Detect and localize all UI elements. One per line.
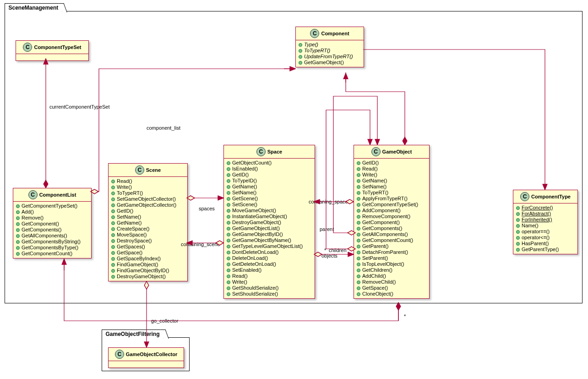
visibility-public-icon (16, 222, 20, 226)
method: Read() (111, 178, 185, 184)
visibility-public-icon (227, 233, 230, 236)
method-name: GetShouldSerialize() (232, 285, 279, 291)
method-name: GetComponents() (362, 225, 402, 231)
visibility-public-icon (111, 221, 115, 225)
method-name: RemoveComponent() (362, 214, 410, 220)
method: CloneObject() (357, 291, 426, 297)
method-name: FindGameObjectByID() (117, 268, 169, 274)
method: GetTypeLevelGameObjectList() (227, 243, 312, 249)
method: GetChildren() (357, 267, 426, 273)
method: SetGameObjectCollector() (111, 196, 185, 202)
label-currentcomponenttypeset: currentComponentTypeSet (49, 104, 109, 110)
method: SetEnabled() (227, 267, 312, 273)
method: SetName() (227, 190, 312, 196)
visibility-public-icon (357, 179, 360, 183)
method: DetachFromParent() (357, 249, 426, 255)
method: GetAllComponents() (16, 233, 88, 239)
visibility-public-icon (111, 186, 115, 189)
class-badge-icon: C (28, 190, 38, 199)
visibility-public-icon (357, 239, 360, 242)
method-name: UpdateFromTypeRT() (304, 54, 353, 60)
visibility-public-icon (299, 55, 302, 59)
method: GetID() (227, 172, 312, 178)
method-name: GetGameObjectByName() (232, 237, 291, 243)
method: HasParent() (516, 241, 575, 247)
visibility-public-icon (516, 248, 520, 252)
method-name: SetShouldSerialize() (232, 291, 278, 297)
method: GetName() (227, 184, 312, 190)
method: GetGameObjectCollector() (111, 202, 185, 208)
method-name: Read() (117, 178, 132, 184)
method: Type() (299, 42, 361, 48)
method-name: GetName() (362, 178, 387, 184)
visibility-public-icon (299, 43, 302, 47)
visibility-public-icon (111, 227, 115, 231)
method-name: SetName() (117, 214, 141, 220)
visibility-public-icon (357, 215, 360, 219)
method-name: GetComponentsByString() (22, 239, 81, 245)
method: GetDeleteOnLoad() (227, 261, 312, 267)
method-name: GetComponentsByType() (22, 245, 78, 251)
visibility-public-icon (16, 246, 20, 250)
method-name: operator==() (522, 229, 550, 235)
method: GetScene() (227, 196, 312, 202)
class-badge-icon: C (371, 147, 381, 156)
method-name: GetName() (232, 184, 257, 190)
method-name: GetID() (362, 160, 379, 166)
method: GetGameObjectByName() (227, 237, 312, 243)
method: Add() (16, 209, 88, 215)
method-name: SetName() (362, 184, 387, 190)
visibility-public-icon (227, 251, 230, 254)
label-star2: * (324, 247, 326, 253)
method-name: Add() (22, 209, 34, 215)
class-badge-icon: C (135, 165, 144, 175)
method: GetComponentCount() (16, 251, 88, 257)
method-name: MoveSpace() (117, 232, 147, 238)
class-badge-icon: C (115, 350, 124, 359)
method-name: GetSpace() (362, 285, 388, 291)
method-name: HasParent() (522, 241, 549, 247)
visibility-public-icon (111, 198, 115, 201)
method-name: ToTypeRT() (362, 190, 388, 196)
visibility-public-icon (111, 275, 115, 279)
visibility-public-icon (357, 209, 360, 213)
method: Read() (227, 273, 312, 279)
label-star4: * (404, 313, 406, 319)
method: GetAllComponents() (357, 231, 426, 237)
class-componenttypeset: C ComponentTypeSet (16, 40, 89, 61)
visibility-public-icon (16, 228, 20, 232)
package-filter-tab: GameObjectFiltering (102, 330, 164, 338)
label-children: children (329, 247, 347, 253)
method-name: DestroyGameObject() (232, 220, 281, 225)
method-name: Read() (362, 166, 378, 172)
visibility-public-icon (357, 233, 360, 236)
method-name: GetName() (117, 220, 142, 226)
method-name: GetParent() (362, 243, 388, 249)
visibility-public-icon (227, 191, 230, 195)
method: FindGameObjectByID() (111, 268, 185, 274)
class-name: ComponentList (39, 192, 76, 198)
method-name: GetComponentTypeSet() (362, 202, 418, 208)
method-name: Write() (232, 279, 247, 285)
method-name: SetScene() (232, 202, 257, 208)
method-name: InstantiateGameObject() (232, 214, 287, 220)
method: GetSpace() (111, 250, 185, 256)
visibility-public-icon (111, 245, 115, 249)
visibility-public-icon (111, 180, 115, 183)
package-scene-tab: SceneManagement (5, 3, 63, 12)
visibility-public-icon (227, 269, 230, 272)
class-name: Component (321, 31, 349, 36)
method: GetSpaceByIndex() (111, 256, 185, 262)
method-name: ToTypeID() (232, 178, 257, 184)
method-name: ForConcrete() (522, 205, 553, 211)
method: AddChild() (357, 273, 426, 279)
method-name: GetGameObject() (304, 60, 344, 66)
method-name: GetSpaces() (117, 244, 145, 250)
visibility-public-icon (227, 167, 230, 171)
class-name: GameObject (382, 149, 412, 154)
method: GetGameObjectList() (227, 225, 312, 231)
visibility-public-icon (357, 257, 360, 260)
method-name: GetAllComponents() (22, 233, 67, 239)
visibility-public-icon (111, 263, 115, 267)
visibility-public-icon (357, 286, 360, 290)
